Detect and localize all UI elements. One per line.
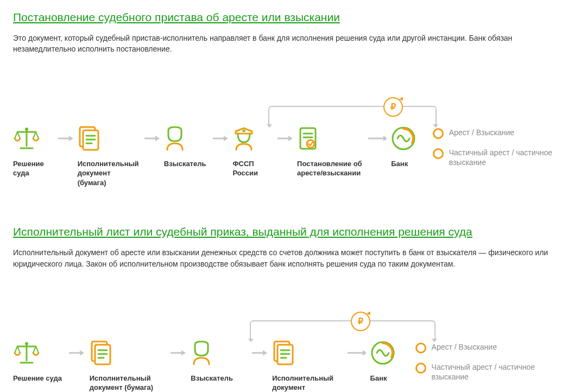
arrow-icon (168, 340, 186, 366)
outcome-text: Частичный арест / частичное взыскание (432, 362, 561, 382)
person-icon (164, 125, 186, 151)
svg-line-6 (36, 132, 39, 138)
scales-icon (13, 125, 40, 151)
svg-marker-18 (224, 136, 228, 141)
outcomes: Арест / Взыскание Частичный арест / част… (415, 340, 561, 382)
svg-line-35 (36, 346, 39, 353)
svg-line-33 (17, 346, 20, 353)
step-label: Взыскатель (164, 159, 206, 169)
bank-icon (391, 125, 416, 151)
svg-line-32 (15, 346, 17, 353)
section2-desc: Исполнительный документ об аресте или вз… (13, 247, 561, 269)
arrow-icon (250, 340, 268, 366)
step-label: Решение суда (13, 159, 53, 178)
svg-marker-21 (288, 136, 293, 141)
arrow-icon (367, 125, 387, 151)
documents-icon (272, 340, 296, 366)
step-label: Банк (370, 374, 387, 383)
svg-marker-47 (263, 350, 267, 356)
step-label: Исполнительный документ (272, 374, 342, 392)
outcome-text: Арест / Взыскание (449, 128, 514, 137)
ruble-icon: ₽ (351, 312, 370, 331)
scales-icon (13, 340, 40, 366)
bank-icon (370, 340, 395, 366)
svg-marker-45 (181, 350, 186, 356)
officer-icon (232, 125, 255, 151)
svg-point-31 (25, 342, 28, 345)
outcome-text: Арест / Взыскание (432, 342, 497, 352)
step-label: Исполнительный документ (бумага) (90, 374, 165, 392)
bullet-icon (415, 343, 426, 353)
ruble-icon: ₽ (383, 97, 403, 117)
section1-title: Постановление судебного пристава об арес… (13, 11, 561, 24)
arrow-icon (57, 125, 73, 151)
person-icon (191, 340, 212, 366)
step-label: Решение суда (13, 374, 62, 383)
arrow-icon (346, 340, 366, 366)
step-label: Взыскатель (191, 374, 233, 383)
svg-line-5 (33, 132, 36, 138)
bullet-icon (433, 148, 444, 159)
svg-line-3 (15, 132, 17, 138)
arrow-icon (143, 125, 160, 151)
svg-point-19 (242, 130, 245, 132)
bullet-icon (433, 128, 444, 139)
svg-marker-54 (363, 350, 366, 356)
diagram-2: ₽ Решение суда (13, 302, 561, 392)
documents-icon (78, 125, 102, 151)
svg-point-2 (25, 128, 28, 131)
outcomes: Арест / Взыскание Частичный арест / част… (433, 125, 561, 167)
arrow-icon (67, 340, 85, 366)
arrow-icon (276, 125, 293, 151)
section2-title: Исполнительный лист или судебный приказ,… (13, 225, 561, 238)
step-label: Банк (391, 159, 408, 169)
diagram-1: ₽ Решение суда (13, 87, 561, 188)
step-label: ФССП России (232, 159, 272, 178)
svg-marker-38 (80, 350, 84, 356)
svg-marker-9 (69, 136, 73, 141)
arrow-icon (212, 125, 228, 151)
step-label: Постановление об аресте/взыскании (297, 159, 363, 178)
svg-marker-16 (155, 136, 160, 141)
document-check-icon (297, 125, 319, 151)
section1-desc: Это документ, который судебный пристав-и… (13, 33, 561, 55)
documents-icon (90, 340, 113, 366)
svg-line-4 (17, 132, 20, 138)
svg-marker-27 (383, 136, 387, 141)
bullet-icon (415, 363, 426, 374)
svg-line-34 (33, 346, 36, 353)
step-label: Исполнительный документ (бумага) (78, 159, 139, 188)
outcome-text: Частичный арест / частичное взыскание (449, 148, 561, 167)
